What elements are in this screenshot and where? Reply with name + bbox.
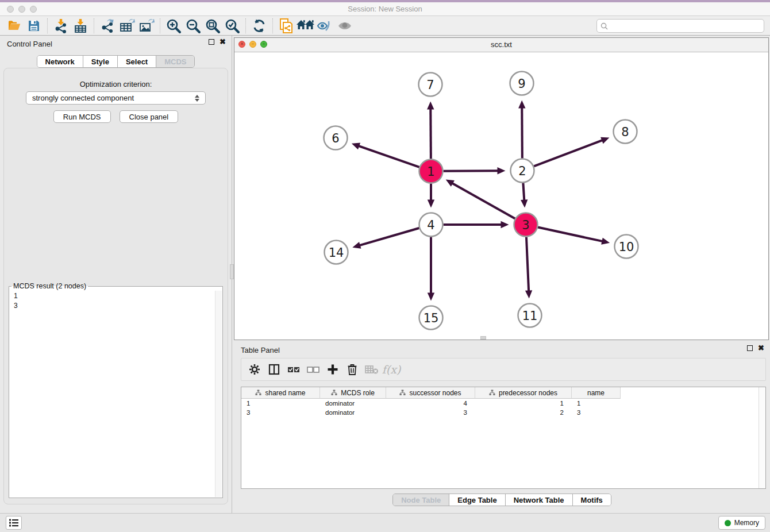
cell-successor-nodes[interactable]: 3 <box>386 408 475 417</box>
export-table-button[interactable] <box>117 17 137 34</box>
unselect-all-button[interactable] <box>305 361 322 378</box>
graph-edge-3-11[interactable] <box>525 237 532 298</box>
cell-predecessor-nodes[interactable]: 1 <box>475 399 572 408</box>
import-table-button[interactable] <box>71 17 90 34</box>
graph-edge-4-3[interactable] <box>444 221 509 228</box>
cell-name[interactable]: 1 <box>572 399 621 408</box>
optimization-criterion-label: Optimization criterion: <box>4 80 228 88</box>
splitter-grip-icon[interactable] <box>230 264 234 279</box>
export-image-icon <box>138 18 155 33</box>
mcds-result-legend: MCDS result (2 nodes) <box>11 282 88 290</box>
graph-node-6[interactable]: 6 <box>324 126 348 150</box>
select-all-button[interactable] <box>285 361 302 378</box>
column-header-MCDS-role[interactable]: MCDS role <box>320 387 386 399</box>
column-header-successor-nodes[interactable]: successor nodes <box>386 387 475 399</box>
delete-column-button[interactable] <box>344 361 361 378</box>
export-image-button[interactable] <box>137 17 156 34</box>
function-builder-button[interactable]: f(x) <box>383 361 400 378</box>
tab-edge-table[interactable]: Edge Table <box>449 494 505 506</box>
show-columns-button[interactable] <box>265 361 283 378</box>
optimization-criterion-select[interactable]: strongly connected component <box>26 91 206 105</box>
graph-edge-4-14[interactable] <box>352 228 419 249</box>
home-button[interactable] <box>296 17 315 34</box>
graph-node-15[interactable]: 15 <box>419 306 443 330</box>
graph-node-2[interactable]: 2 <box>511 159 534 183</box>
search-input[interactable] <box>611 22 760 30</box>
table-settings-button[interactable] <box>246 361 263 378</box>
svg-text:7: 7 <box>426 78 434 92</box>
graph-node-4[interactable]: 4 <box>419 213 443 237</box>
close-panel-icon[interactable]: ✖ <box>220 39 226 45</box>
column-header-predecessor-nodes[interactable]: predecessor nodes <box>475 387 572 399</box>
graph-edge-3-1[interactable] <box>446 179 515 218</box>
graph-node-8[interactable]: 8 <box>614 120 637 144</box>
zoom-in-button[interactable] <box>164 17 183 34</box>
cell-MCDS-role[interactable]: dominator <box>320 399 386 408</box>
tab-mcds[interactable]: MCDS <box>156 56 194 67</box>
table-row[interactable]: 1dominator411 <box>241 399 765 408</box>
graph-edge-1-6[interactable] <box>352 142 419 167</box>
apply-layout-button[interactable] <box>249 17 269 34</box>
result-scrollbar[interactable] <box>215 291 222 497</box>
zoom-selected-button[interactable] <box>222 17 242 34</box>
float-panel-icon[interactable] <box>747 345 753 351</box>
tab-motifs[interactable]: Motifs <box>573 494 611 506</box>
graph-node-10[interactable]: 10 <box>615 235 638 259</box>
float-panel-icon[interactable] <box>209 39 214 45</box>
graph-node-14[interactable]: 14 <box>325 241 348 264</box>
tab-select[interactable]: Select <box>118 56 156 67</box>
show-details-button[interactable] <box>335 17 355 34</box>
cell-name[interactable]: 3 <box>572 408 621 417</box>
cell-shared-name[interactable]: 3 <box>241 408 320 417</box>
graph-edge-3-10[interactable] <box>538 228 610 245</box>
task-history-button[interactable] <box>6 516 22 530</box>
table-scrollbar[interactable] <box>759 387 765 488</box>
import-network-button[interactable] <box>51 17 71 34</box>
svg-text:15: 15 <box>424 311 439 325</box>
graph-node-7[interactable]: 7 <box>419 73 442 97</box>
graph-edge-1-4[interactable] <box>428 184 434 208</box>
refresh-arrows-icon <box>252 18 267 33</box>
graph-node-1[interactable]: 1 <box>419 160 443 183</box>
canvas-scroll-grip[interactable] <box>480 336 486 340</box>
cell-predecessor-nodes[interactable]: 2 <box>475 408 572 417</box>
graph-node-9[interactable]: 9 <box>510 72 534 95</box>
tab-style[interactable]: Style <box>83 56 118 67</box>
graph-edge-2-9[interactable] <box>518 100 525 158</box>
network-canvas[interactable]: 7968124314101511 <box>234 52 768 340</box>
cell-MCDS-role[interactable]: dominator <box>320 408 386 417</box>
export-network-button[interactable] <box>98 17 117 34</box>
tab-node-table[interactable]: Node Table <box>393 494 449 506</box>
list-icon <box>9 518 19 527</box>
graph-edge-2-3[interactable] <box>521 183 528 207</box>
run-mcds-button[interactable]: Run MCDS <box>53 110 111 123</box>
graph-edge-1-2[interactable] <box>443 167 505 174</box>
cell-successor-nodes[interactable]: 4 <box>386 399 475 408</box>
close-panel-icon[interactable]: ✖ <box>758 345 764 351</box>
search-box[interactable] <box>596 19 764 33</box>
clone-network-button[interactable] <box>276 17 296 34</box>
close-panel-button[interactable]: Close panel <box>120 110 179 123</box>
save-session-button[interactable] <box>24 17 44 34</box>
column-header-shared-name[interactable]: shared name <box>241 387 320 399</box>
graph-node-11[interactable]: 11 <box>518 304 542 327</box>
hide-details-button[interactable] <box>315 17 335 34</box>
add-column-button[interactable] <box>324 361 341 378</box>
zoom-fit-button[interactable] <box>203 17 222 34</box>
cell-shared-name[interactable]: 1 <box>241 399 320 408</box>
graph-node-3[interactable]: 3 <box>514 213 538 237</box>
network-window-title: scc.txt <box>234 40 768 49</box>
zoom-out-button[interactable] <box>183 17 203 34</box>
open-session-button[interactable] <box>5 17 24 34</box>
tab-network[interactable]: Network <box>37 56 83 67</box>
graph-edge-1-7[interactable] <box>427 101 434 159</box>
graph-edge-2-8[interactable] <box>534 137 609 167</box>
column-header-name[interactable]: name <box>572 387 621 399</box>
plus-icon <box>326 363 339 376</box>
table-row[interactable]: 3dominator323 <box>241 408 765 417</box>
tab-network-table[interactable]: Network Table <box>506 494 573 506</box>
toolbar-separator <box>160 18 160 33</box>
memory-button[interactable]: Memory <box>718 516 765 530</box>
delete-table-button[interactable] <box>363 361 380 378</box>
graph-edge-4-15[interactable] <box>428 237 434 301</box>
